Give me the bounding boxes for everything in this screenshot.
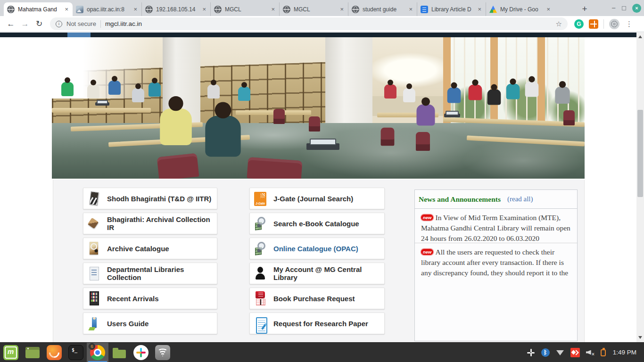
tab-close-icon[interactable]: × (477, 6, 482, 13)
bookshelf-icon (88, 290, 100, 306)
link-search-ebook[interactable]: Search e-Book Catalogue (249, 213, 385, 234)
tab-close-icon[interactable]: × (408, 6, 413, 13)
new-badge: new (421, 214, 433, 221)
news-item: newAll the users are requested to check … (415, 243, 577, 281)
site-info-icon[interactable]: i (56, 21, 62, 27)
scroll-down-arrow[interactable] (638, 336, 642, 339)
tab-mahatma-gandhi[interactable]: Mahatma Gand × (4, 2, 73, 16)
tray-bluetooth[interactable]: ᛒ (541, 348, 550, 357)
address-bar[interactable]: i Not secure mgcl.iitr.ac.in ☆ (50, 17, 568, 30)
extension-icon[interactable] (589, 19, 598, 29)
tab-title: 192.168.105.14 (156, 6, 198, 13)
tab-ip-address[interactable]: 192.168.105.14 × (141, 2, 210, 16)
link-archive-catalogue[interactable]: Archive Catalogue (83, 238, 217, 259)
image-favicon-icon (76, 6, 83, 13)
globe-favicon-icon (145, 6, 153, 13)
docs-favicon-icon (421, 6, 428, 13)
notification-badge: 6 (89, 343, 95, 350)
link-opac[interactable]: Online Catalogue (OPAC) (249, 238, 385, 259)
back-icon[interactable]: ← (4, 19, 18, 29)
page-scrollbar[interactable] (636, 32, 644, 342)
photo-laptop (306, 143, 339, 150)
slack-launcher[interactable] (130, 343, 152, 362)
thesis-stack-icon (88, 190, 100, 206)
slack-icon (133, 345, 149, 360)
link-recent-arrivals[interactable]: Recent Arrivals (83, 288, 217, 309)
browser-menu-icon[interactable]: ⋮ (626, 20, 633, 28)
close-button[interactable]: × (632, 4, 641, 13)
wifi-box-icon (155, 345, 170, 360)
tab-student-guide[interactable]: student guide × (348, 2, 417, 16)
photo-chair (247, 157, 303, 179)
link-shodh-bhagirathi[interactable]: Shodh Bhagirathi (T&D @ IITR) (83, 188, 217, 209)
desktop-window-launcher[interactable] (22, 343, 43, 362)
reload-icon[interactable]: ↻ (32, 19, 46, 29)
tray-volume-muted[interactable] (586, 348, 594, 357)
bookmark-star-icon[interactable]: ☆ (556, 20, 562, 28)
tray-anydesk[interactable] (570, 348, 580, 357)
link-departmental-libraries[interactable]: Departmental Libraries Collection (83, 263, 217, 284)
photo-person (238, 87, 250, 101)
maximize-button[interactable] (622, 6, 626, 10)
tab-close-icon[interactable]: × (545, 6, 551, 13)
tab-title: student guide (363, 6, 405, 13)
tab-title: opac.iitr.ac.in:8 (87, 6, 129, 13)
archive-box-icon (88, 215, 100, 231)
tab-my-drive[interactable]: My Drive - Goo × (486, 2, 554, 16)
photo-person (384, 84, 396, 99)
globe-favicon-icon (7, 6, 15, 13)
chrome-launcher[interactable]: 6 (87, 343, 108, 362)
tab-close-icon[interactable]: × (339, 6, 345, 13)
photo-chair (273, 109, 285, 124)
tab-opac[interactable]: opac.iitr.ac.in:8 × (73, 2, 141, 16)
tray-battery[interactable] (601, 349, 606, 356)
link-jgate[interactable]: J-Gate (Journal Search) (249, 188, 385, 209)
tab-close-icon[interactable]: × (270, 6, 276, 13)
news-read-all-link[interactable]: (read all) (507, 195, 533, 203)
link-research-paper[interactable]: Request for Research Paper (249, 313, 385, 334)
scrollbar-thumb[interactable] (637, 110, 643, 197)
link-users-guide[interactable]: Users Guide (83, 313, 217, 334)
photo-person (205, 116, 240, 157)
user-kiosk-icon (88, 315, 100, 331)
tab-close-icon[interactable]: × (132, 6, 138, 13)
clipboard-pencil-icon (254, 315, 266, 331)
scroll-up-arrow[interactable] (638, 35, 642, 38)
tab-mgcl-1[interactable]: MGCL × (210, 2, 279, 16)
minimize-button[interactable]: − (611, 6, 616, 10)
link-bhagirathi-archival[interactable]: Bhagirathi: Archival Collection IR (83, 213, 217, 234)
mint-menu-button[interactable] (0, 343, 22, 362)
grammarly-extension-icon[interactable]: G (574, 19, 584, 29)
tray-icons: ᛒ (527, 348, 606, 357)
terminal-launcher[interactable] (65, 343, 87, 362)
drive-favicon-icon (489, 6, 497, 13)
link-my-account[interactable]: My Account @ MG Central Library (249, 263, 385, 284)
forward-icon[interactable]: → (18, 19, 32, 29)
profile-avatar[interactable] (609, 19, 619, 29)
tab-strip: Mahatma Gand × opac.iitr.ac.in:8 × 192.1… (4, 0, 554, 16)
firefox-launcher[interactable] (43, 343, 65, 362)
news-title: News and Announcements (419, 195, 501, 204)
library-reading-room-photo (52, 37, 585, 179)
globe-favicon-icon (214, 6, 222, 13)
tray-network[interactable] (556, 348, 564, 357)
tab-mgcl-2[interactable]: MGCL × (279, 2, 348, 16)
tab-close-icon[interactable]: × (64, 6, 69, 13)
folder-icon (112, 345, 127, 360)
taskbar-clock[interactable]: 1:49 PM (613, 349, 636, 356)
tab-library-article[interactable]: Library Article D × (417, 2, 486, 16)
file-manager-launcher[interactable] (108, 343, 130, 362)
tab-title: Library Article D (431, 6, 473, 13)
system-tray: ᛒ 1:49 PM (527, 348, 644, 357)
network-tool-launcher[interactable] (152, 343, 173, 362)
quick-link-label: Shodh Bhagirathi (T&D @ IITR) (107, 195, 211, 203)
nav-active-item[interactable] (67, 33, 91, 37)
tray-slack[interactable] (527, 348, 535, 357)
quick-link-label: Request for Research Paper (273, 320, 368, 328)
photo-person (469, 85, 482, 100)
tab-close-icon[interactable]: × (201, 6, 207, 13)
link-book-purchase[interactable]: Book Purchase Request (249, 288, 385, 309)
window-controls: − × (611, 0, 641, 16)
new-tab-button[interactable]: + (578, 2, 591, 16)
quick-link-label: Archive Catalogue (107, 245, 169, 253)
